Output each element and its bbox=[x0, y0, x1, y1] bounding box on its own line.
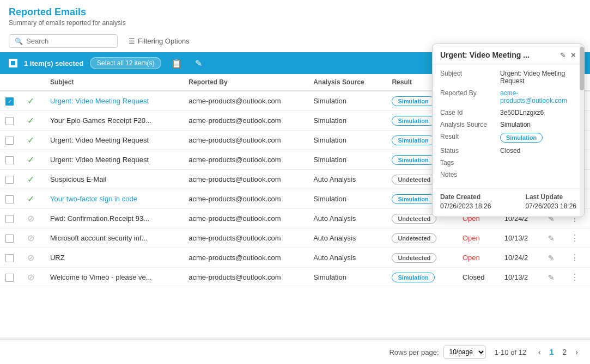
row-subject-cell: Urgent: Video Meeting Request bbox=[45, 131, 183, 150]
table-row: ⊘Microsoft account security inf...acme-p… bbox=[0, 229, 590, 248]
row-checkbox[interactable] bbox=[5, 215, 14, 223]
row-checkbox[interactable] bbox=[5, 254, 14, 262]
rows-per-page: Rows per page: 10/page 25/page 50/page bbox=[389, 346, 485, 359]
row-checkbox-cell[interactable] bbox=[0, 268, 22, 287]
row-edit-cell[interactable]: ✎ bbox=[543, 268, 565, 287]
detail-panel: Urgent: Video Meeting ... ✎ ✕ Subject Ur… bbox=[432, 44, 585, 217]
detail-notes-row: Notes bbox=[440, 171, 576, 178]
detail-reported-by-value: acme-products@outlook.com bbox=[500, 89, 576, 104]
row-checkbox-cell[interactable] bbox=[0, 209, 22, 229]
result-badge: Simulation bbox=[392, 135, 434, 145]
row-source-cell: Simulation bbox=[308, 91, 386, 111]
detail-scrollbar-thumb[interactable] bbox=[580, 47, 584, 90]
row-more-cell[interactable]: ⋮ bbox=[565, 248, 590, 268]
row-checkbox-cell[interactable]: ✓ bbox=[0, 91, 22, 111]
detail-status-row: Status Closed bbox=[440, 147, 576, 155]
row-subject-cell[interactable]: Urgent: Video Meeting Request bbox=[45, 91, 183, 111]
row-verified-cell: ✓ bbox=[22, 150, 45, 170]
row-subject-cell: Urgent: Video Meeting Request bbox=[45, 150, 183, 170]
row-more-cell[interactable]: ⋮ bbox=[565, 268, 590, 287]
subject-link[interactable]: Your two-factor sign in code bbox=[50, 195, 137, 203]
unverified-icon: ⊘ bbox=[27, 273, 34, 282]
row-source-cell: Simulation bbox=[308, 111, 386, 131]
row-subject-cell: Welcome to Vimeo - please ve... bbox=[45, 268, 183, 287]
row-more-icon[interactable]: ⋮ bbox=[570, 253, 579, 262]
detail-edit-icon[interactable]: ✎ bbox=[560, 51, 566, 59]
detail-last-update-label: Last Update bbox=[526, 193, 576, 201]
row-edit-icon[interactable]: ✎ bbox=[548, 234, 555, 243]
row-verified-cell: ⊘ bbox=[22, 268, 45, 287]
detail-case-id-label: Case Id bbox=[440, 109, 500, 116]
row-status-cell: Open bbox=[457, 248, 499, 268]
status-text: Open bbox=[463, 254, 480, 262]
copy-icon[interactable]: 📋 bbox=[168, 57, 185, 70]
row-verified-cell: ⊘ bbox=[22, 229, 45, 248]
detail-scrollbar[interactable] bbox=[580, 44, 584, 217]
detail-panel-title: Urgent: Video Meeting ... bbox=[440, 51, 556, 59]
row-checkbox[interactable] bbox=[5, 137, 14, 145]
row-source-cell: Auto Analysis bbox=[308, 170, 386, 189]
row-more-cell[interactable]: ⋮ bbox=[565, 229, 590, 248]
select-all-checkbox[interactable] bbox=[9, 59, 17, 67]
row-checkbox[interactable] bbox=[5, 274, 14, 282]
prev-page-button[interactable]: ‹ bbox=[535, 347, 544, 357]
detail-header-icons: ✎ ✕ bbox=[560, 51, 576, 59]
row-source-cell: Auto Analysis bbox=[308, 229, 386, 248]
detail-case-id-value: 3e50DLnzgxz6 bbox=[500, 109, 576, 116]
row-edit-icon[interactable]: ✎ bbox=[548, 273, 555, 282]
row-checkbox[interactable] bbox=[5, 235, 14, 243]
row-verified-cell: ✓ bbox=[22, 111, 45, 131]
row-more-icon[interactable]: ⋮ bbox=[570, 273, 579, 282]
detail-last-update-value: 07/26/2023 18:26 bbox=[526, 202, 576, 210]
detail-subject-row: Subject Urgent: Video Meeting Request bbox=[440, 70, 576, 85]
filter-label: Filtering Options bbox=[138, 37, 190, 45]
row-date-cell: 10/13/2 bbox=[499, 268, 543, 287]
page-2-button[interactable]: 2 bbox=[559, 347, 570, 357]
row-checkbox-cell[interactable] bbox=[0, 150, 22, 170]
detail-close-icon[interactable]: ✕ bbox=[570, 51, 576, 59]
row-edit-cell[interactable]: ✎ bbox=[543, 229, 565, 248]
detail-notes-label: Notes bbox=[440, 171, 500, 178]
row-checkbox-cell[interactable] bbox=[0, 131, 22, 150]
result-badge: Undetected bbox=[392, 253, 436, 263]
row-date-cell: 10/24/2 bbox=[499, 248, 543, 268]
row-more-icon[interactable]: ⋮ bbox=[570, 233, 579, 243]
row-checkbox-cell[interactable] bbox=[0, 229, 22, 248]
row-source-cell: Auto Analysis bbox=[308, 209, 386, 229]
detail-status-value: Closed bbox=[500, 147, 576, 155]
row-reported-by-cell: acme-products@outlook.com bbox=[183, 229, 308, 248]
row-checkbox-cell[interactable] bbox=[0, 189, 22, 209]
detail-body: Subject Urgent: Video Meeting Request Re… bbox=[433, 64, 584, 188]
page-1-button[interactable]: 1 bbox=[546, 347, 557, 357]
row-checkbox-cell[interactable] bbox=[0, 111, 22, 131]
verified-checkmark-icon: ✓ bbox=[27, 135, 34, 145]
row-subject-cell[interactable]: Your two-factor sign in code bbox=[45, 189, 183, 209]
row-checkbox[interactable] bbox=[5, 156, 14, 164]
row-edit-cell[interactable]: ✎ bbox=[543, 248, 565, 268]
subject-link[interactable]: Urgent: Video Meeting Request bbox=[50, 97, 149, 105]
detail-subject-value: Urgent: Video Meeting Request bbox=[500, 70, 576, 85]
status-text: Closed bbox=[463, 273, 484, 281]
search-box[interactable]: 🔍 bbox=[9, 34, 118, 48]
row-checkbox[interactable] bbox=[5, 176, 14, 184]
result-badge: Undetected bbox=[392, 175, 436, 184]
select-all-button[interactable]: Select all 12 item(s) bbox=[90, 57, 161, 69]
edit-selected-icon[interactable]: ✎ bbox=[192, 57, 205, 70]
result-badge: Undetected bbox=[392, 233, 436, 243]
detail-last-update-col: Last Update 07/26/2023 18:26 bbox=[526, 193, 576, 210]
row-verified-cell: ✓ bbox=[22, 91, 45, 111]
next-page-button[interactable]: › bbox=[572, 347, 581, 357]
row-checkbox-cell[interactable] bbox=[0, 170, 22, 189]
row-source-cell: Simulation bbox=[308, 131, 386, 150]
row-source-cell: Simulation bbox=[308, 150, 386, 170]
rows-per-page-select[interactable]: 10/page 25/page 50/page bbox=[443, 346, 486, 359]
row-reported-by-cell: acme-products@outlook.com bbox=[183, 170, 308, 189]
row-checkbox[interactable] bbox=[5, 195, 14, 203]
row-checkbox[interactable] bbox=[5, 117, 14, 125]
row-checkbox-cell[interactable] bbox=[0, 248, 22, 268]
search-input[interactable] bbox=[26, 37, 113, 45]
filter-button[interactable]: ☰ Filtering Options bbox=[124, 35, 194, 47]
unverified-icon: ⊘ bbox=[27, 233, 34, 243]
row-edit-icon[interactable]: ✎ bbox=[548, 254, 555, 262]
row-checkbox[interactable]: ✓ bbox=[5, 97, 14, 106]
